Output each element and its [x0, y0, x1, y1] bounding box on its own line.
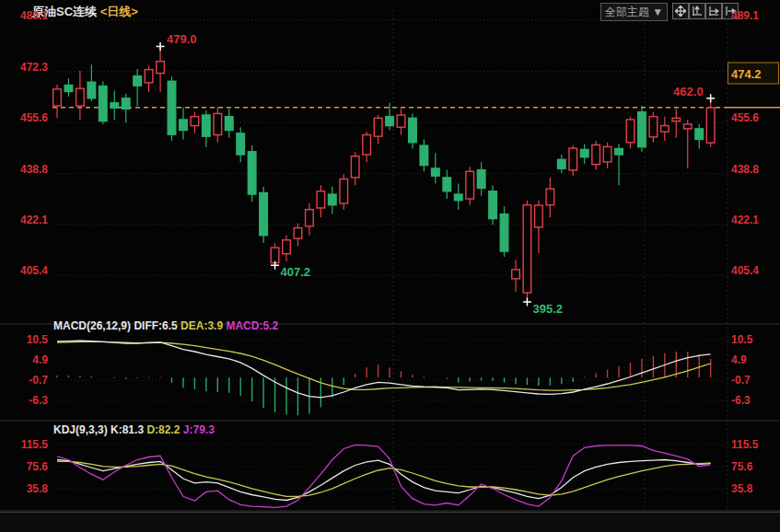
svg-text:115.5: 115.5	[21, 438, 49, 451]
candle[interactable]	[477, 162, 485, 195]
price-axis-label-left: 455.6	[20, 111, 48, 124]
svg-text:10.5: 10.5	[731, 333, 753, 346]
kdj-name: KDJ(9,3,3)	[53, 423, 108, 436]
candle[interactable]	[76, 71, 85, 120]
chart-canvas[interactable]: 479.0407.2395.2462.0489.1489.1472.3455.6…	[0, 0, 780, 532]
candle[interactable]	[180, 108, 188, 140]
candle[interactable]	[489, 185, 497, 225]
candle[interactable]	[672, 109, 681, 137]
svg-text:75.6: 75.6	[731, 460, 753, 473]
candle[interactable]	[466, 167, 474, 204]
price-annotation: 407.2	[281, 265, 311, 279]
candle[interactable]	[237, 127, 245, 162]
candle[interactable]	[168, 76, 176, 141]
candle[interactable]	[294, 224, 302, 247]
candle[interactable]	[706, 98, 715, 147]
price-axis-label-left: 472.3	[20, 61, 48, 74]
candle[interactable]	[145, 65, 153, 92]
candle[interactable]	[397, 109, 405, 134]
chart-window: 原油SC连续 <日线> 全部主题 ▼	[0, 0, 780, 532]
candle[interactable]	[409, 113, 417, 148]
candle[interactable]	[64, 78, 73, 97]
macd-diff-value: DIFF:6.5	[134, 319, 177, 332]
candle[interactable]	[203, 110, 211, 147]
svg-text:-0.7: -0.7	[731, 374, 751, 387]
candle[interactable]	[432, 153, 440, 183]
macd-macd-value: MACD:5.2	[226, 319, 278, 332]
candle[interactable]	[500, 206, 508, 257]
svg-text:10.5: 10.5	[27, 333, 49, 346]
kdj-k-value: K:81.3	[111, 423, 144, 436]
candle[interactable]	[134, 69, 142, 106]
kdj-k-line	[57, 460, 711, 501]
candle[interactable]	[638, 106, 646, 152]
candle[interactable]	[580, 144, 588, 164]
candle[interactable]	[87, 64, 96, 101]
kdj-d-value: D:82.2	[146, 423, 180, 436]
candle[interactable]	[306, 203, 314, 236]
candle[interactable]	[99, 82, 108, 124]
candle[interactable]	[615, 144, 623, 185]
candle[interactable]	[661, 117, 669, 141]
candle[interactable]	[535, 201, 543, 253]
price-axis-labels: 489.1489.1472.3455.6455.6438.8438.8422.1…	[20, 9, 759, 277]
candle[interactable]	[454, 183, 462, 209]
time-axis-bar: 日线 ▲ 2021/07/01 星期四 2021/08 2021/09	[0, 512, 780, 532]
candle[interactable]	[111, 90, 119, 119]
svg-text:-0.7: -0.7	[29, 374, 48, 387]
price-axis-label-right: 422.1	[731, 214, 759, 226]
price-axis-label-left: 422.1	[20, 214, 48, 226]
candle[interactable]	[649, 112, 658, 143]
macd-header: MACD(26,12,9) DIFF:6.5 DEA:3.9 MACD:5.2	[53, 319, 278, 332]
candle[interactable]	[558, 155, 566, 173]
candle[interactable]	[248, 145, 256, 202]
price-axis-label-right: 438.8	[731, 163, 759, 176]
candle[interactable]	[603, 143, 611, 168]
candle[interactable]	[512, 260, 520, 292]
price-axis-label-left: 438.8	[20, 163, 48, 176]
candle[interactable]	[157, 46, 165, 92]
candle[interactable]	[374, 115, 382, 144]
candle[interactable]	[317, 185, 325, 217]
candle[interactable]	[225, 109, 233, 137]
kdj-j-value: J:79.3	[183, 423, 215, 436]
kdj-j-line	[57, 445, 711, 507]
candle[interactable]	[122, 94, 130, 122]
candle[interactable]	[363, 132, 371, 162]
svg-text:4.9: 4.9	[731, 353, 747, 366]
price-axis-label-right: 405.4	[731, 264, 759, 277]
last-price-box: 474.2	[728, 63, 779, 84]
svg-text:4.9: 4.9	[32, 353, 48, 366]
candle[interactable]	[283, 236, 291, 261]
candle[interactable]	[191, 112, 199, 133]
candle[interactable]	[626, 117, 634, 149]
candle[interactable]	[592, 141, 600, 169]
price-annotation: 462.0	[673, 85, 704, 98]
candle[interactable]	[546, 178, 554, 217]
svg-text:35.8: 35.8	[27, 482, 49, 495]
candle[interactable]	[351, 152, 359, 185]
candle[interactable]	[260, 187, 268, 243]
price-annotation: 479.0	[167, 32, 197, 46]
candle[interactable]	[214, 108, 222, 143]
candle[interactable]	[695, 124, 704, 148]
macd-dea-value: DEA:3.9	[180, 319, 223, 332]
kdj-header: KDJ(9,3,3) K:81.3 D:82.2 J:79.3	[53, 423, 215, 436]
candle[interactable]	[523, 201, 531, 302]
candle[interactable]	[443, 170, 451, 199]
macd-name: MACD(26,12,9)	[53, 319, 131, 332]
price-axis-label-left: 405.4	[20, 264, 48, 277]
candle[interactable]	[340, 175, 348, 210]
svg-text:-6.3: -6.3	[731, 394, 751, 407]
candle[interactable]	[329, 187, 337, 214]
candle[interactable]	[53, 85, 62, 118]
macd-histogram	[57, 352, 711, 415]
candle[interactable]	[683, 120, 692, 168]
price-annotation: 395.2	[532, 302, 563, 316]
svg-text:35.8: 35.8	[731, 482, 753, 495]
candle[interactable]	[420, 139, 428, 171]
svg-text:115.5: 115.5	[731, 438, 759, 451]
svg-text:-6.3: -6.3	[29, 394, 48, 407]
price-axis-label-right: 489.1	[731, 9, 759, 22]
candle[interactable]	[569, 145, 577, 176]
